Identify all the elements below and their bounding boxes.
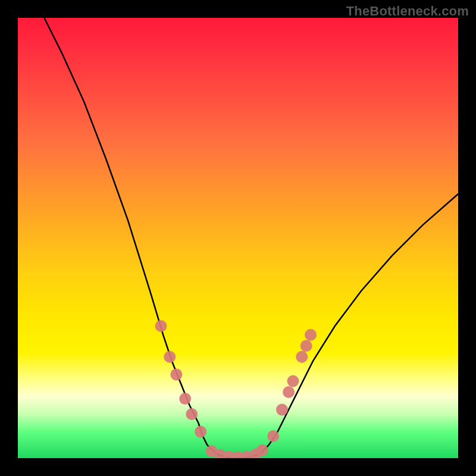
highlight-dot xyxy=(186,408,198,420)
highlight-dot xyxy=(287,375,299,387)
highlight-dot xyxy=(179,393,191,405)
highlight-dot xyxy=(276,404,288,416)
chart-svg xyxy=(18,18,458,458)
highlight-dot xyxy=(300,340,312,352)
highlight-dot xyxy=(195,426,206,438)
highlight-dot xyxy=(256,444,268,456)
bottleneck-curve xyxy=(44,18,458,458)
plot-area xyxy=(18,18,458,458)
highlight-dot xyxy=(164,351,176,363)
highlight-dot xyxy=(170,368,182,380)
chart-frame: TheBottleneck.com xyxy=(0,0,476,476)
watermark-text: TheBottleneck.com xyxy=(346,4,469,19)
highlight-dot xyxy=(305,329,317,341)
highlight-dot xyxy=(155,320,167,332)
highlight-dot xyxy=(283,386,295,398)
highlight-dot xyxy=(267,430,279,442)
highlight-dots-group xyxy=(155,320,317,458)
highlight-dot xyxy=(296,351,308,363)
